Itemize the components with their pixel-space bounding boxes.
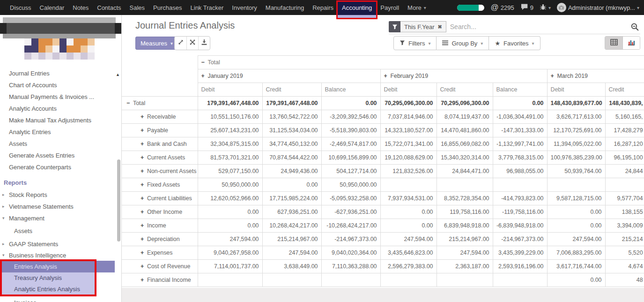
pivot-row-current-liabilities[interactable]: +Current Liabilities [122, 192, 198, 205]
expand-icon[interactable]: + [141, 195, 147, 202]
expand-icon[interactable]: + [141, 141, 147, 147]
nav-item-manufacturing[interactable]: Manufacturing [261, 0, 308, 15]
pivot-row-expenses[interactable]: +Expenses [122, 246, 198, 260]
sidebar-tree-gaap-statements[interactable]: ▸GAAP Statements [0, 238, 121, 250]
pivot-row-total[interactable]: −Total [122, 97, 198, 110]
expand-icon[interactable]: + [384, 73, 391, 79]
expand-icon[interactable]: + [141, 181, 147, 188]
sidebar-item-invoices[interactable]: Invoices [0, 297, 121, 302]
expand-icon[interactable]: + [141, 168, 147, 174]
graph-view-button[interactable] [622, 37, 640, 49]
pivot-row-income[interactable]: +Income [122, 219, 198, 233]
pivot-measure-balance[interactable]: Balance [321, 83, 380, 97]
sidebar-tree-vietnamese-statements[interactable]: ▸Vietnamese Statements [0, 201, 121, 212]
expand-icon[interactable]: + [141, 127, 147, 134]
pivot-row-fixed-assets[interactable]: +Fixed Assets [122, 178, 198, 192]
sidebar-item-assets[interactable]: Assets [0, 224, 121, 238]
sidebar-item-make-manual-tax-adjustments[interactable]: Make Manual Tax Adjustments [0, 114, 121, 126]
flip-axis-button[interactable] [186, 37, 198, 50]
pivot-row-current-assets[interactable]: +Current Assets [122, 151, 198, 165]
expand-all-button[interactable] [175, 37, 186, 50]
pivot-row-payable[interactable]: +Payable [122, 124, 198, 137]
sidebar-item-assets[interactable]: Assets [0, 138, 121, 150]
expand-icon[interactable]: + [141, 277, 147, 283]
sidebar-scrollbar-thumb[interactable] [117, 159, 120, 242]
expand-icon[interactable]: + [201, 73, 208, 79]
nav-item-notes[interactable]: Notes [68, 0, 93, 15]
download-button[interactable] [198, 37, 210, 50]
expand-icon[interactable]: + [141, 154, 147, 161]
nav-item-more[interactable]: More▾ [403, 0, 430, 15]
measures-button[interactable]: Measures ▾ [135, 37, 178, 50]
scroll-up-icon[interactable]: ▲ [116, 72, 120, 77]
chevron-right-icon[interactable]: ▸ [2, 201, 5, 212]
chevron-right-icon[interactable]: ▸ [2, 238, 5, 250]
sidebar-item-manual-payments-invoices[interactable]: Manual Payments & Invoices ... [0, 91, 121, 103]
sidebar-tree-business-intelligence[interactable]: ▾Business Intelligence [0, 250, 121, 261]
chevron-right-icon[interactable]: ▸ [2, 189, 5, 201]
pivot-row-other-income[interactable]: +Other Income [122, 205, 198, 219]
pivot-col-january-2019[interactable]: +January 2019 [198, 69, 380, 83]
sidebar-item-chart-of-accounts[interactable]: Chart of Accounts [0, 79, 121, 91]
pivot-row-depreciation[interactable]: +Depreciation [122, 233, 198, 246]
sidebar-item-analytic-accounts[interactable]: Analytic Accounts [0, 103, 121, 114]
expand-icon[interactable]: + [141, 249, 147, 256]
activities-menu[interactable]: @ 2295 [490, 3, 514, 12]
chevron-down-icon[interactable]: ▾ [2, 250, 5, 261]
nav-item-purchases[interactable]: Purchases [149, 0, 186, 15]
search-icon[interactable] [630, 23, 640, 31]
pivot-measure-credit[interactable]: Credit [262, 83, 321, 97]
search-facet[interactable]: This F.Year ✖ [389, 21, 446, 32]
sidebar-item-entries-analysis[interactable]: Entries Analysis [0, 261, 115, 272]
nav-item-contacts[interactable]: Contacts [93, 0, 125, 15]
nav-item-repairs[interactable]: Repairs [308, 0, 338, 15]
pivot-row-cost-of-revenue[interactable]: +Cost of Revenue [122, 260, 198, 273]
pivot-view-button[interactable] [605, 37, 622, 49]
search-input[interactable] [446, 23, 630, 31]
pivot-measure-balance[interactable]: Balance [493, 83, 547, 97]
collapse-icon[interactable]: − [126, 100, 133, 106]
pivot-row-non-current-assets[interactable]: +Non-current Assets [122, 165, 198, 178]
expand-icon[interactable]: + [141, 209, 147, 215]
pivot-measure-debit[interactable]: Debit [380, 83, 437, 97]
expand-icon[interactable]: + [141, 113, 147, 120]
nav-item-payroll[interactable]: Payroll [376, 0, 403, 15]
pivot-measure-debit[interactable]: Debit [198, 83, 262, 97]
nav-item-inventory[interactable]: Inventory [228, 0, 261, 15]
expand-icon[interactable]: + [551, 73, 557, 79]
sidebar-item-analytic-entries-analysis[interactable]: Analytic Entries Analysis [0, 284, 96, 295]
sidebar-item-analytic-entries[interactable]: Analytic Entries [0, 126, 121, 138]
pivot-col-total-header[interactable]: −Total [198, 56, 644, 69]
nav-item-discuss[interactable]: Discuss [6, 0, 36, 15]
group-by-button[interactable]: Group By▾ [437, 36, 489, 50]
expand-icon[interactable]: + [141, 263, 147, 270]
nav-item-accounting[interactable]: Accounting [338, 0, 376, 15]
pivot-measure-credit[interactable]: Credit [437, 83, 493, 97]
pivot-measure-credit[interactable]: Credit [605, 83, 644, 97]
pivot-col-february-2019[interactable]: +February 2019 [380, 69, 547, 83]
nav-item-link-tracker[interactable]: Link Tracker [186, 0, 228, 15]
pivot-row-bank-and-cash[interactable]: +Bank and Cash [122, 137, 198, 151]
sidebar-item-treasury-analysis[interactable]: Treasury Analysis [0, 272, 96, 284]
debug-menu[interactable]: ▾ [540, 4, 551, 12]
sidebar-tree-management[interactable]: ▾Management [0, 212, 121, 224]
expand-icon[interactable]: + [141, 222, 147, 229]
messages-menu[interactable]: 9 [520, 3, 533, 12]
pivot-measure-debit[interactable]: Debit [547, 83, 605, 97]
nav-item-sales[interactable]: Sales [126, 0, 149, 15]
pivot-row-financial-income[interactable]: +Financial Income [122, 273, 198, 287]
collapse-icon[interactable]: − [201, 59, 208, 66]
favorites-button[interactable]: ★Favorites▾ [489, 36, 540, 50]
pivot-col-march-2019[interactable]: +March 2019 [547, 69, 644, 83]
sidebar-item-generate-assets-entries[interactable]: Generate Assets Entries [0, 150, 121, 161]
filters-button[interactable]: Filters▾ [393, 36, 437, 50]
user-menu[interactable]: Administrator (mknwyp... ▾ [557, 3, 639, 12]
chevron-down-icon[interactable]: ▾ [2, 212, 5, 224]
sidebar-item-generate-counterparts[interactable]: Generate Counterparts [0, 161, 121, 173]
pivot-row-receivable[interactable]: +Receivable [122, 110, 198, 124]
expand-icon[interactable]: + [141, 236, 147, 242]
sidebar-item-journal-entries[interactable]: Journal Entries [0, 68, 121, 79]
nav-item-calendar[interactable]: Calendar [36, 0, 69, 15]
close-icon[interactable]: ✖ [438, 24, 442, 30]
sidebar-tree-stock-reports[interactable]: ▸Stock Reports [0, 189, 121, 201]
